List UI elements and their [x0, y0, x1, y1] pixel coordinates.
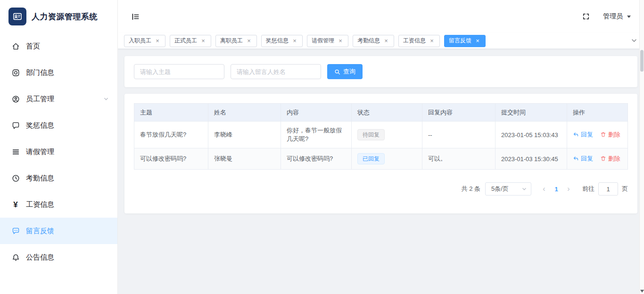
status-badge: 待回复	[357, 129, 385, 140]
department-icon	[11, 69, 20, 77]
vertical-scrollbar[interactable]	[639, 0, 644, 294]
tab-feedback[interactable]: 留言反馈 ×	[444, 35, 486, 47]
sidebar-collapse-icon[interactable]	[131, 12, 140, 21]
cell-name: 李晓峰	[208, 122, 281, 148]
delete-button[interactable]: 删除	[600, 131, 620, 139]
status-badge: 已回复	[357, 153, 385, 164]
sidebar-item-label: 首页	[26, 42, 40, 51]
chevron-down-icon	[103, 96, 109, 102]
cell-subject: 可以修改密码吗?	[134, 148, 208, 170]
close-icon[interactable]: ×	[291, 38, 298, 44]
sidebar-item-reward[interactable]: 奖惩信息	[0, 112, 117, 139]
col-reply: 回复内容	[422, 104, 495, 122]
search-icon	[334, 69, 340, 75]
reply-button-label: 回复	[581, 131, 593, 139]
col-status: 状态	[352, 104, 422, 122]
cell-actions: 回复 删除	[567, 122, 628, 148]
sidebar-menu: 首页 部门信息 员工管理 奖惩	[0, 33, 117, 270]
prev-page-button[interactable]: ‹	[538, 185, 550, 193]
pagination: 共 2 条 5条/页 ‹ 1 › 前往 页	[134, 182, 628, 196]
reply-icon	[573, 131, 579, 138]
search-panel: 查询	[124, 56, 637, 87]
close-icon[interactable]: ×	[383, 38, 389, 44]
tab-reward-info[interactable]: 奖惩信息 ×	[261, 35, 303, 47]
col-actions: 操作	[567, 104, 628, 122]
sidebar-item-label: 请假管理	[26, 147, 54, 156]
sidebar-item-feedback[interactable]: 留言反馈	[0, 218, 117, 244]
feedback-icon	[11, 227, 20, 235]
sidebar: 人力资源管理系统 首页 部门信息 员工管理	[0, 0, 118, 294]
sidebar-item-announcement[interactable]: 公告信息	[0, 244, 117, 270]
main-column: 管理员 入职员工 × 正式员工 × 离职员工 × 奖惩信息 ×	[118, 0, 644, 294]
sidebar-item-label: 公告信息	[26, 253, 54, 262]
delete-button-label: 删除	[608, 155, 620, 163]
logo-icon	[8, 8, 26, 25]
cell-time: 2023-01-05 15:03:43	[495, 122, 567, 148]
page-size-select[interactable]: 5条/页	[485, 182, 531, 196]
close-icon[interactable]: ×	[200, 38, 206, 44]
page-unit-label: 页	[622, 185, 628, 193]
close-icon[interactable]: ×	[154, 38, 161, 44]
tab-label: 请假管理	[312, 37, 334, 45]
cell-reply: --	[422, 122, 495, 148]
sidebar-item-label: 考勤信息	[26, 174, 54, 183]
tabs-overflow-chevron-icon[interactable]	[631, 37, 637, 44]
sidebar-item-salary[interactable]: ¥ 工资信息	[0, 191, 117, 218]
home-icon	[11, 42, 20, 50]
fullscreen-icon[interactable]	[582, 13, 590, 20]
sidebar-item-leave[interactable]: 请假管理	[0, 139, 117, 165]
user-name: 管理员	[603, 12, 623, 21]
sidebar-item-label: 奖惩信息	[26, 121, 54, 130]
query-button-label: 查询	[343, 67, 355, 76]
tab-leave-management[interactable]: 请假管理 ×	[307, 35, 348, 47]
close-icon[interactable]: ×	[429, 38, 435, 44]
cell-name: 张晓曼	[208, 148, 281, 170]
reply-button[interactable]: 回复	[573, 155, 593, 163]
goto-page-input[interactable]	[598, 182, 618, 196]
feedback-table-panel: 主题 姓名 内容 状态 回复内容 提交时间 操作 春节放假几天呢? 李晓峰	[124, 94, 637, 213]
col-subject: 主题	[134, 104, 208, 122]
page-size-value: 5条/页	[491, 185, 509, 193]
sidebar-item-home[interactable]: 首页	[0, 33, 117, 59]
feedback-table: 主题 姓名 内容 状态 回复内容 提交时间 操作 春节放假几天呢? 李晓峰	[134, 103, 628, 170]
tab-salary-info[interactable]: 工资信息 ×	[398, 35, 440, 47]
sidebar-item-label: 部门信息	[26, 68, 54, 77]
tab-regular-staff[interactable]: 正式员工 ×	[170, 35, 211, 47]
delete-button[interactable]: 删除	[600, 155, 620, 163]
table-row: 春节放假几天呢? 李晓峰 你好，春节一般放假几天呢? 待回复 -- 2023-0…	[134, 122, 628, 148]
cell-subject: 春节放假几天呢?	[134, 122, 208, 148]
topbar: 管理员	[118, 0, 644, 33]
subject-input[interactable]	[134, 64, 224, 79]
user-menu[interactable]: 管理员	[603, 12, 635, 21]
query-button[interactable]: 查询	[327, 64, 363, 79]
tab-label: 考勤信息	[357, 37, 380, 45]
tab-resigned-staff[interactable]: 离职员工 ×	[215, 35, 257, 47]
chevron-down-icon	[521, 186, 527, 192]
trash-icon	[600, 131, 606, 138]
cell-actions: 回复 删除	[567, 148, 628, 170]
person-name-input[interactable]	[231, 64, 321, 79]
reply-button[interactable]: 回复	[573, 131, 593, 139]
close-icon[interactable]: ×	[246, 38, 252, 44]
page-number-1[interactable]: 1	[550, 186, 562, 193]
next-page-button[interactable]: ›	[562, 185, 575, 193]
caret-down-icon	[627, 16, 631, 18]
close-icon[interactable]: ×	[474, 38, 481, 44]
tab-attendance-info[interactable]: 考勤信息 ×	[353, 35, 394, 47]
scrollbar-thumb[interactable]	[640, 50, 644, 72]
app-title: 人力资源管理系统	[32, 11, 98, 22]
tab-label: 奖惩信息	[266, 37, 289, 45]
sidebar-item-label: 员工管理	[26, 95, 54, 104]
scrollbar-down-arrow-icon[interactable]	[640, 290, 644, 293]
goto-label: 前往	[582, 185, 594, 193]
sidebar-item-employee[interactable]: 员工管理	[0, 86, 117, 112]
sidebar-item-attendance[interactable]: 考勤信息	[0, 165, 117, 191]
bell-icon	[11, 253, 20, 261]
table-header-row: 主题 姓名 内容 状态 回复内容 提交时间 操作	[134, 104, 628, 122]
sidebar-item-department[interactable]: 部门信息	[0, 59, 117, 86]
close-icon[interactable]: ×	[337, 38, 344, 44]
tab-label: 离职员工	[220, 37, 243, 45]
col-content: 内容	[281, 104, 352, 122]
tab-onboarding-staff[interactable]: 入职员工 ×	[124, 35, 165, 47]
topbar-right: 管理员	[582, 12, 635, 21]
